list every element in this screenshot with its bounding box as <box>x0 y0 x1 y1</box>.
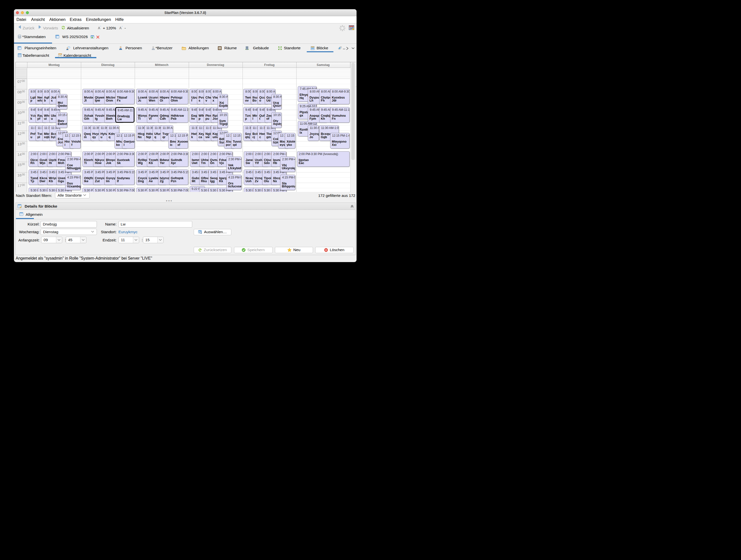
svg-text:A: A <box>98 26 100 29</box>
svg-text:A: A <box>119 26 122 29</box>
